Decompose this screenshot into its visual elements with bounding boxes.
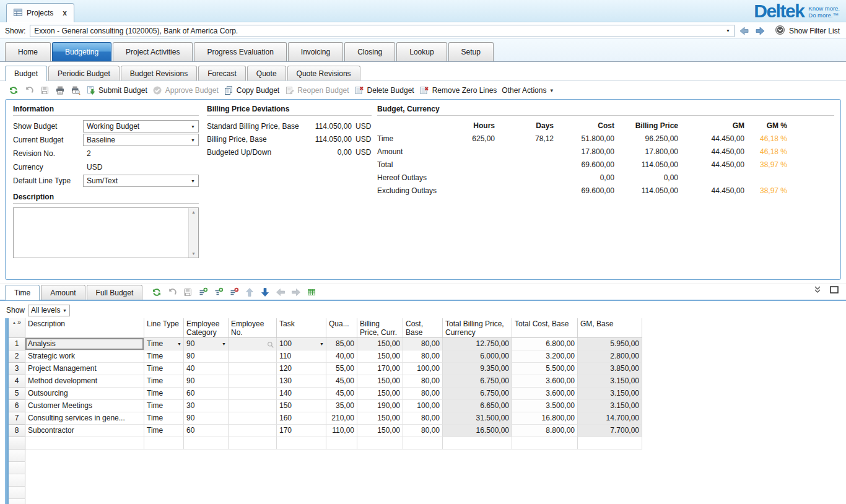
main-tab-lookup[interactable]: Lookup	[396, 42, 447, 61]
other-actions-button[interactable]: Other Actions▾	[502, 86, 553, 95]
grid-header-line-type[interactable]: Line Type	[144, 318, 184, 338]
cell-description[interactable]: Project Management	[25, 363, 144, 375]
cell-employee-category-no[interactable]: 60	[184, 425, 229, 437]
cell-description[interactable]: Strategic work	[25, 350, 144, 363]
cell-line-type[interactable]: Time	[144, 425, 184, 437]
cell-employee-category-no[interactable]: 60	[184, 388, 229, 400]
cell-billing-price-curr[interactable]: 190,00	[357, 400, 403, 412]
back-button[interactable]	[739, 27, 750, 35]
cell-line-type[interactable]: Time	[144, 388, 184, 400]
project-selector-combo[interactable]: Exxon - General consulting (1020005), Ba…	[30, 25, 735, 37]
cell-employee-category-no[interactable]: 90	[184, 375, 229, 388]
cell-quantity[interactable]: 85,00	[326, 338, 357, 350]
row-number[interactable]: 4	[9, 375, 25, 388]
sub-tab-periodic-budget[interactable]: Periodic Budget	[48, 66, 120, 80]
cell-employee-no[interactable]	[229, 338, 277, 350]
description-scrollbar[interactable]: ▲ ▼	[188, 208, 198, 258]
save-button[interactable]	[182, 287, 193, 297]
row-number[interactable]: 6	[9, 400, 25, 412]
cell-line-type[interactable]: Time▼	[144, 338, 184, 350]
main-tab-invoicing[interactable]: Invoicing	[288, 42, 343, 61]
cell-empty[interactable]	[326, 437, 357, 450]
cell-cost-base[interactable]: 80,00	[403, 375, 443, 388]
main-tab-budgeting[interactable]: Budgeting	[52, 42, 111, 61]
cell-search-icon[interactable]	[267, 341, 274, 350]
move-left-button[interactable]	[275, 287, 286, 297]
move-up-button[interactable]	[244, 287, 255, 297]
cell-task[interactable]: 140	[277, 388, 326, 400]
cell-billing-price-curr[interactable]: 170,00	[357, 363, 403, 375]
remove-zero-lines-button[interactable]: Remove Zero Lines	[419, 85, 497, 95]
cell-task[interactable]: 120	[277, 363, 326, 375]
cell-employee-category-no[interactable]: 40	[184, 363, 229, 375]
cell-employee-no[interactable]	[229, 375, 277, 388]
add-line-button[interactable]	[198, 287, 208, 297]
cell-quantity[interactable]: 55,00	[326, 363, 357, 375]
grid-header-total-cost-base[interactable]: Total Cost, Base	[512, 318, 578, 338]
main-tab-project-activities[interactable]: Project Activities	[113, 42, 193, 61]
cell-quantity[interactable]: 45,00	[326, 388, 357, 400]
cell-employee-category-no[interactable]: 90	[184, 350, 229, 363]
cell-employee-no[interactable]	[229, 363, 277, 375]
lines-tab-time[interactable]: Time	[5, 285, 40, 300]
move-right-button[interactable]	[290, 287, 301, 297]
cell-dropdown-icon[interactable]: ▼	[222, 338, 226, 350]
cell-billing-price-curr[interactable]: 150,00	[357, 388, 403, 400]
description-textarea[interactable]: ▲ ▼	[13, 207, 199, 258]
cell-employee-no[interactable]	[229, 412, 277, 425]
cell-quantity[interactable]: 40,00	[326, 350, 357, 363]
collapse-panel-icon[interactable]	[813, 285, 822, 296]
current-budget-dropdown[interactable]: Baseline▼	[83, 134, 199, 146]
grid-header-task[interactable]: Task	[277, 318, 326, 338]
lines-tab-full-budget[interactable]: Full Budget	[87, 285, 143, 300]
cell-empty[interactable]	[403, 437, 443, 450]
cell-cost-base[interactable]: 80,00	[403, 338, 443, 350]
cell-empty[interactable]	[229, 437, 277, 450]
show-filter-list-button[interactable]: Show Filter List	[775, 25, 840, 37]
sub-tab-quote[interactable]: Quote	[247, 66, 286, 80]
grid-corner-header[interactable]: ▲»	[9, 318, 25, 338]
print-button[interactable]	[55, 85, 65, 95]
cell-employee-no[interactable]	[229, 388, 277, 400]
submit-budget-button[interactable]: Submit Budget	[85, 85, 147, 95]
grid-header-billing-price-curr[interactable]: Billing Price, Curr.	[357, 318, 403, 338]
row-number[interactable]	[9, 437, 25, 450]
cell-empty[interactable]	[578, 437, 642, 450]
cell-description[interactable]: Consulting services in gene...	[25, 412, 144, 425]
show-budget-dropdown[interactable]: Working Budget▼	[83, 120, 199, 133]
cell-quantity[interactable]: 210,00	[326, 412, 357, 425]
cell-line-type[interactable]: Time	[144, 375, 184, 388]
scroll-down-icon[interactable]: ▼	[191, 251, 196, 256]
cell-cost-base[interactable]: 80,00	[403, 388, 443, 400]
cell-billing-price-curr[interactable]: 150,00	[357, 412, 403, 425]
cell-task[interactable]: 130	[277, 375, 326, 388]
scroll-up-icon[interactable]: ▲	[191, 210, 196, 214]
cell-line-type[interactable]: Time	[144, 412, 184, 425]
grid-header-gm-base[interactable]: GM, Base	[578, 318, 642, 338]
cell-quantity[interactable]: 110,00	[326, 425, 357, 437]
print-preview-button[interactable]	[70, 85, 81, 95]
row-number[interactable]: 2	[9, 350, 25, 363]
cell-cost-base[interactable]: 80,00	[403, 425, 443, 437]
cell-empty[interactable]	[144, 437, 184, 450]
workspace-tab-projects[interactable]: Projects x	[6, 3, 74, 22]
cell-task[interactable]: 170	[277, 425, 326, 437]
row-number[interactable]: 3	[9, 363, 25, 375]
cell-task[interactable]: 100▼	[277, 338, 326, 350]
sub-tab-budget[interactable]: Budget	[5, 66, 47, 81]
main-tab-setup[interactable]: Setup	[448, 42, 494, 61]
delete-budget-button[interactable]: Delete Budget	[354, 85, 414, 95]
cell-dropdown-icon[interactable]: ▼	[320, 338, 324, 350]
grid-header-description[interactable]: Description	[25, 318, 144, 338]
copy-budget-button[interactable]: Copy Budget	[224, 85, 279, 95]
sub-tab-quote-revisions[interactable]: Quote Revisions	[287, 66, 360, 80]
main-tab-home[interactable]: Home	[5, 42, 51, 61]
grid-header-quantity[interactable]: Qua...	[326, 318, 357, 338]
sub-tab-budget-revisions[interactable]: Budget Revisions	[121, 66, 197, 80]
approve-budget-button[interactable]: Approve Budget	[152, 85, 219, 95]
cell-task[interactable]: 110	[277, 350, 326, 363]
cell-line-type[interactable]: Time	[144, 350, 184, 363]
cell-task[interactable]: 150	[277, 400, 326, 412]
grid-header-employee-no[interactable]: Employee No.	[229, 318, 277, 338]
close-tab-icon[interactable]: x	[63, 9, 67, 17]
